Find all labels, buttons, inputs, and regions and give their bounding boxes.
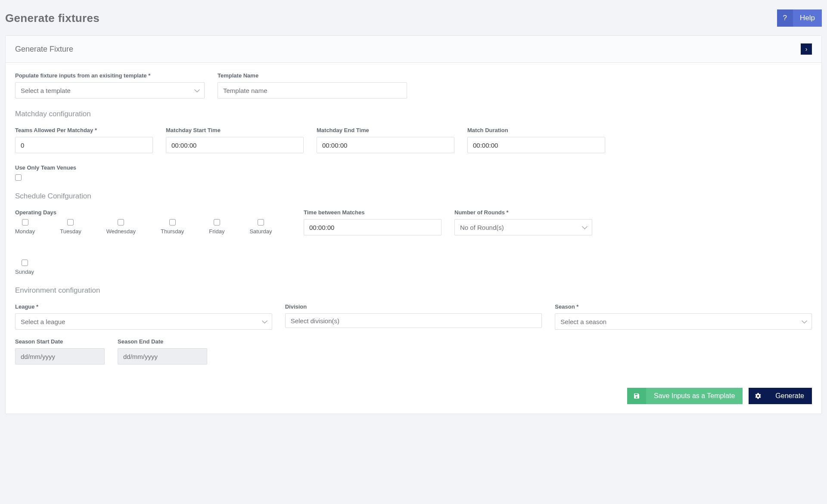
day-label-tuesday: Tuesday — [60, 228, 81, 235]
day-checkbox-saturday[interactable] — [258, 219, 264, 226]
save-icon — [627, 388, 646, 404]
season-label: Season * — [555, 303, 812, 310]
league-select-value: Select a league — [21, 318, 65, 325]
template-select-value: Select a template — [21, 87, 71, 94]
generate-button[interactable]: Generate — [749, 388, 812, 404]
season-end-date-input — [118, 348, 207, 365]
environment-section-title: Environment configuration — [15, 286, 812, 295]
season-start-date-input — [15, 348, 105, 365]
template-name-label: Template Name — [218, 72, 407, 79]
day-checkbox-friday[interactable] — [214, 219, 220, 226]
day-checkbox-thursday[interactable] — [169, 219, 176, 226]
use-only-team-venues-checkbox[interactable] — [15, 174, 22, 181]
season-select-value: Select a season — [560, 318, 606, 325]
match-duration-input[interactable] — [467, 137, 605, 153]
gears-icon — [749, 388, 768, 404]
season-start-date-label: Season Start Date — [15, 338, 105, 345]
season-select[interactable]: Select a season — [555, 313, 812, 330]
day-label-sunday: Sunday — [15, 269, 34, 275]
card-title: Generate Fixture — [15, 45, 73, 54]
help-button[interactable]: ? Help — [777, 9, 822, 27]
save-template-label: Save Inputs as a Template — [646, 388, 743, 404]
division-placeholder: Select division(s) — [291, 317, 339, 325]
schedule-section-title: Schedule Conifguration — [15, 192, 812, 201]
match-duration-label: Match Duration — [467, 127, 605, 133]
matchday-start-time-label: Matchday Start Time — [166, 127, 304, 133]
number-of-rounds-value: No of Round(s) — [460, 224, 504, 231]
league-select[interactable]: Select a league — [15, 313, 272, 330]
help-icon: ? — [777, 9, 793, 27]
day-label-wednesday: Wednesday — [106, 228, 136, 235]
page-title: Generate fixtures — [5, 12, 99, 25]
day-label-friday: Friday — [209, 228, 224, 235]
chevron-right-icon: › — [805, 46, 808, 53]
day-checkbox-wednesday[interactable] — [118, 219, 124, 226]
generate-fixture-card: Generate Fixture › Populate fixture inpu… — [5, 35, 822, 414]
matchday-end-time-input[interactable] — [317, 137, 454, 153]
day-label-saturday: Saturday — [249, 228, 272, 235]
populate-template-label: Populate fixture inputs from an exisitin… — [15, 72, 205, 79]
matchday-section-title: Matchday configuration — [15, 110, 812, 118]
operating-days-row: Monday Tuesday Wednesday Thursday — [15, 219, 291, 275]
time-between-matches-label: Time between Matches — [304, 209, 441, 216]
help-label: Help — [793, 9, 822, 27]
collapse-button[interactable]: › — [801, 43, 812, 55]
time-between-matches-input[interactable] — [304, 219, 441, 235]
number-of-rounds-select[interactable]: No of Round(s) — [454, 219, 592, 235]
division-label: Division — [285, 303, 542, 310]
day-checkbox-tuesday[interactable] — [67, 219, 74, 226]
division-multiselect[interactable]: Select division(s) — [285, 313, 542, 328]
day-label-thursday: Thursday — [161, 228, 184, 235]
use-only-team-venues-label: Use Only Team Venues — [15, 164, 76, 171]
teams-per-matchday-input[interactable] — [15, 137, 153, 153]
day-checkbox-monday[interactable] — [22, 219, 28, 226]
league-label: League * — [15, 303, 272, 310]
teams-per-matchday-label: Teams Allowed Per Matchday * — [15, 127, 153, 133]
template-name-input[interactable] — [218, 82, 407, 99]
number-of-rounds-label: Number of Rounds * — [454, 209, 592, 216]
day-label-monday: Monday — [15, 228, 35, 235]
day-checkbox-sunday[interactable] — [22, 260, 28, 266]
season-end-date-label: Season End Date — [118, 338, 207, 345]
generate-label: Generate — [768, 388, 812, 404]
save-template-button[interactable]: Save Inputs as a Template — [627, 388, 743, 404]
template-select[interactable]: Select a template — [15, 82, 205, 99]
matchday-end-time-label: Matchday End Time — [317, 127, 454, 133]
matchday-start-time-input[interactable] — [166, 137, 304, 153]
operating-days-label: Operating Days — [15, 209, 291, 216]
